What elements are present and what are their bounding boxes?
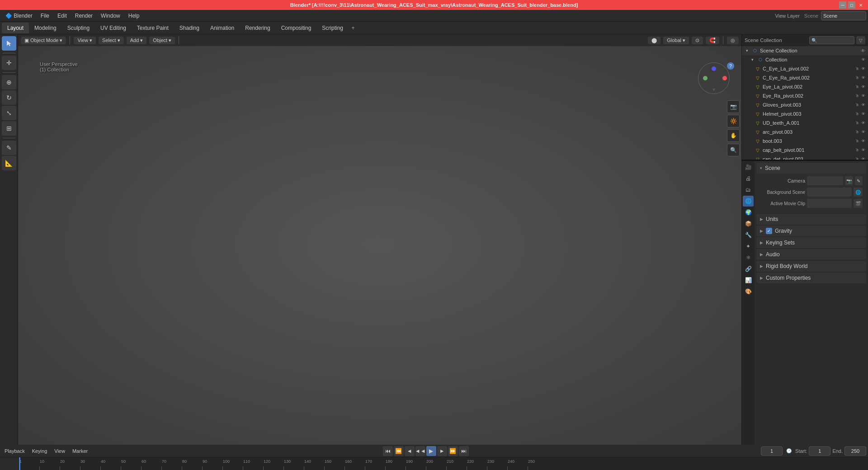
tl-playback-btn[interactable]: Playback	[2, 447, 28, 455]
object-menu-btn[interactable]: Object ▾	[149, 37, 175, 44]
global-transform-btn[interactable]: Global ▾	[663, 37, 689, 44]
tool-measure[interactable]: 📐	[2, 156, 16, 170]
tab-modeling[interactable]: Modeling	[29, 23, 62, 33]
select-icon-10[interactable]: 🖱	[855, 148, 859, 152]
movie-clip-value[interactable]	[807, 199, 852, 208]
menu-help[interactable]: Help	[125, 12, 143, 20]
menu-window[interactable]: Window	[97, 12, 124, 20]
list-item[interactable]: ▽ Eye_Ra_pivot.002 🖱 👁	[742, 91, 868, 100]
units-header[interactable]: ▶ Units	[756, 214, 866, 225]
tl-view-btn[interactable]: View	[52, 447, 68, 455]
rigid-body-world-section[interactable]: ▶ Rigid Body World	[756, 261, 866, 272]
vis-icon-7[interactable]: 👁	[861, 121, 865, 125]
timeline-ruler[interactable]: 1102030405060708090100110120130140150160…	[0, 457, 868, 470]
gizmo-overlay[interactable]: Y ?	[698, 62, 734, 99]
outliner-scene-collection[interactable]: ▾ ⬡ Scene Collection 👁	[742, 46, 868, 55]
tl-keying-btn[interactable]: Keying	[29, 447, 50, 455]
hand-tool-btn[interactable]: ✋	[727, 129, 740, 142]
audio-section[interactable]: ▶ Audio	[756, 249, 866, 260]
tab-sculpting[interactable]: Sculpting	[62, 23, 95, 33]
current-frame-input[interactable]	[761, 446, 783, 456]
gravity-section[interactable]: ▶ ✓ Gravity	[756, 226, 866, 236]
props-tab-view-layer[interactable]: 🗂	[743, 184, 754, 195]
props-tab-particles[interactable]: ✦	[743, 241, 754, 252]
step-forward-btn[interactable]: ⏩	[448, 446, 458, 456]
tab-compositing[interactable]: Compositing	[276, 23, 317, 33]
list-item[interactable]: ▽ Helmet_pivot.003 🖱 👁	[742, 109, 868, 118]
select-icon-8[interactable]: 🖱	[855, 130, 859, 134]
tab-layout[interactable]: Layout	[2, 23, 29, 33]
vis-icon-11[interactable]: 👁	[861, 157, 865, 160]
scene-collection-visibility[interactable]: 👁	[861, 48, 865, 53]
custom-props-header[interactable]: ▶ Custom Properties	[756, 273, 866, 283]
list-item[interactable]: ▽ Eye_La_pivot.002 🖱 👁	[742, 82, 868, 91]
tab-uv-editing[interactable]: UV Editing	[95, 23, 132, 33]
tool-scale[interactable]: ⤡	[2, 106, 16, 120]
tool-select[interactable]	[2, 36, 16, 51]
select-icon-6[interactable]: 🖱	[855, 112, 859, 116]
gravity-checkbox[interactable]: ✓	[766, 228, 772, 234]
select-icon-3[interactable]: 🖱	[855, 85, 859, 89]
tab-animation[interactable]: Animation	[205, 23, 240, 33]
keying-sets-section[interactable]: ▶ Keying Sets	[756, 237, 866, 248]
viewport-canvas[interactable]: User Perspective (1) Collection Y ? 📷 🔆 …	[18, 46, 741, 445]
bg-scene-btn[interactable]: 🌐	[854, 188, 863, 197]
select-icon-5[interactable]: 🖱	[855, 103, 859, 107]
viewport[interactable]: ▣ Object Mode ▾ View ▾ Select ▾ Add ▾ Ob…	[18, 34, 741, 445]
tool-rotate[interactable]: ↻	[2, 90, 16, 105]
props-tab-material[interactable]: 🎨	[743, 286, 754, 297]
frame-start-input[interactable]	[809, 446, 830, 456]
scene-input[interactable]	[821, 11, 866, 20]
tool-cursor[interactable]: ✛	[2, 56, 16, 70]
props-tab-physics[interactable]: ⚛	[743, 252, 754, 263]
props-tab-output[interactable]: 🖨	[743, 173, 754, 184]
vis-icon-1[interactable]: 👁	[861, 66, 865, 71]
menu-render[interactable]: Render	[71, 12, 96, 20]
outliner-filter-btn[interactable]: ▽	[856, 36, 865, 44]
vis-icon-5[interactable]: 👁	[861, 103, 865, 107]
rigid-body-world-header[interactable]: ▶ Rigid Body World	[756, 261, 866, 272]
list-item[interactable]: ▽ cap_belt_pivot.001 🖱 👁	[742, 146, 868, 155]
tl-marker-btn[interactable]: Marker	[70, 447, 90, 455]
tab-rendering[interactable]: Rendering	[240, 23, 275, 33]
select-icon-9[interactable]: 🖱	[855, 139, 859, 143]
play-reverse-btn[interactable]: ◄◄	[415, 446, 425, 456]
vis-icon-9[interactable]: 👁	[861, 139, 865, 143]
select-icon-11[interactable]: 🖱	[855, 157, 859, 160]
viewport-shading-solid[interactable]: ⬤	[648, 37, 660, 44]
frame-end-input[interactable]	[844, 446, 866, 456]
tab-texture-paint[interactable]: Texture Paint	[132, 23, 174, 33]
tab-shading[interactable]: Shading	[174, 23, 205, 33]
camera-browse-btn[interactable]: 📷	[845, 176, 853, 185]
menu-file[interactable]: File	[37, 12, 53, 20]
tool-annotate[interactable]: ✎	[2, 141, 16, 155]
custom-properties-section[interactable]: ▶ Custom Properties	[756, 273, 866, 283]
maximize-button[interactable]: □	[848, 1, 855, 9]
select-menu-btn[interactable]: Select ▾	[99, 37, 124, 44]
tab-add-button[interactable]: +	[349, 24, 358, 33]
step-back-btn[interactable]: ⏪	[394, 446, 404, 456]
camera-field-value[interactable]	[807, 176, 843, 185]
audio-header[interactable]: ▶ Audio	[756, 249, 866, 260]
tool-move[interactable]: ⊕	[2, 75, 16, 89]
collection-vis-btn[interactable]: 👁	[861, 57, 865, 62]
navigation-gizmo[interactable]: Y	[698, 62, 730, 94]
props-tab-scene[interactable]: 🌐	[743, 196, 754, 207]
zoom-btn[interactable]: 🔍	[727, 144, 740, 156]
proportional-edit-btn[interactable]: ◎	[727, 37, 739, 44]
keying-sets-header[interactable]: ▶ Keying Sets	[756, 237, 866, 248]
props-tab-render[interactable]: 🎥	[743, 162, 754, 173]
list-item[interactable]: ▽ boot.003 🖱 👁	[742, 136, 868, 146]
camera-view-btn[interactable]: 📷	[727, 100, 740, 113]
minimize-button[interactable]: ─	[839, 1, 846, 9]
next-keyframe-btn[interactable]: ►	[437, 446, 447, 456]
snap-btn[interactable]: 🧲	[706, 37, 719, 44]
select-icon-4[interactable]: 🖱	[855, 94, 859, 98]
scene-section-header[interactable]: ▾ Scene	[756, 163, 866, 174]
bg-scene-value[interactable]	[807, 188, 852, 197]
vis-icon-2[interactable]: 👁	[861, 75, 865, 80]
list-item[interactable]: ▽ C_Eye_La_pivot.002 🖱 👁	[742, 64, 868, 73]
props-tab-data[interactable]: 📊	[743, 275, 754, 286]
props-tab-constraints[interactable]: 🔗	[743, 263, 754, 274]
menu-blender[interactable]: 🔷 Blender	[2, 12, 36, 20]
